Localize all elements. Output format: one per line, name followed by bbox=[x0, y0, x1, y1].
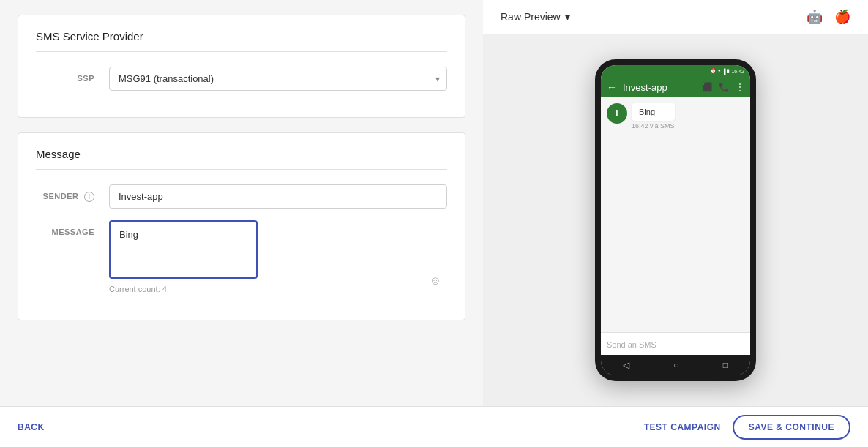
sms-provider-card: SMS Service Provider SSP MSG91 (transact… bbox=[18, 15, 465, 118]
status-icons: ⏰ ▾ ▐ ▮ 16:42 bbox=[710, 68, 745, 74]
right-panel: Raw Preview ▾ 🤖 🍎 ⏰ ▾ ▐ bbox=[483, 0, 868, 406]
message-row: MESSAGE Bing ☺ Current count: 4 bbox=[36, 220, 447, 293]
platform-icons: 🤖 🍎 bbox=[807, 9, 850, 25]
phone-container: ⏰ ▾ ▐ ▮ 16:42 ← Invest-app ⬛ 📞 bbox=[595, 34, 756, 406]
footer: BACK TEST CAMPAIGN SAVE & CONTINUE bbox=[0, 406, 868, 447]
battery-icon: ▮ bbox=[727, 68, 730, 74]
phone-mockup: ⏰ ▾ ▐ ▮ 16:42 ← Invest-app ⬛ 📞 bbox=[595, 59, 756, 381]
phone-input-bar: Send an SMS bbox=[601, 332, 750, 355]
phone-back-button[interactable]: ← bbox=[607, 81, 617, 93]
message-textarea-wrapper: Bing ☺ Current count: 4 bbox=[109, 220, 447, 293]
preview-title: Raw Preview bbox=[501, 11, 561, 23]
ssp-label: SSP bbox=[36, 67, 109, 83]
chat-bubble: Bing bbox=[632, 103, 675, 121]
left-panel: SMS Service Provider SSP MSG91 (transact… bbox=[0, 0, 483, 406]
recent-nav-icon[interactable]: □ bbox=[723, 360, 728, 370]
chat-bubble-wrapper: Bing 16:42 via SMS bbox=[632, 103, 675, 129]
info-icon[interactable]: i bbox=[84, 192, 94, 202]
time-display: 16:42 bbox=[731, 69, 744, 74]
ssp-select-wrapper[interactable]: MSG91 (transactional) Twilio Nexmo ▾ bbox=[109, 67, 447, 91]
wifi-icon: ▾ bbox=[718, 68, 721, 74]
phone-input-placeholder: Send an SMS bbox=[607, 340, 656, 349]
home-nav-icon[interactable]: ○ bbox=[673, 360, 678, 370]
phone-status-bar: ⏰ ▾ ▐ ▮ 16:42 bbox=[601, 65, 750, 77]
phone-icon[interactable]: 📞 bbox=[719, 82, 730, 92]
signal-icon: ▐ bbox=[722, 69, 726, 74]
chevron-down-icon: ▾ bbox=[565, 11, 570, 23]
footer-right: TEST CAMPAIGN SAVE & CONTINUE bbox=[644, 415, 850, 440]
emoji-icon[interactable]: ☺ bbox=[430, 274, 441, 288]
chat-message-row: I Bing 16:42 via SMS bbox=[607, 103, 744, 129]
phone-app-bar: ← Invest-app ⬛ 📞 ⋮ bbox=[601, 77, 750, 97]
test-campaign-button[interactable]: TEST CAMPAIGN bbox=[644, 422, 721, 432]
ssp-select[interactable]: MSG91 (transactional) Twilio Nexmo bbox=[109, 67, 447, 91]
ssp-row: SSP MSG91 (transactional) Twilio Nexmo ▾ bbox=[36, 67, 447, 91]
back-button[interactable]: BACK bbox=[18, 422, 45, 432]
android-icon[interactable]: 🤖 bbox=[807, 9, 823, 25]
back-nav-icon[interactable]: ◁ bbox=[623, 360, 629, 370]
more-icon[interactable]: ⋮ bbox=[736, 82, 744, 92]
phone-chat-area: I Bing 16:42 via SMS bbox=[601, 97, 750, 332]
message-card-title: Message bbox=[36, 148, 447, 170]
phone-app-icons: ⬛ 📞 ⋮ bbox=[702, 82, 744, 92]
raw-preview-dropdown[interactable]: Raw Preview ▾ bbox=[501, 11, 570, 23]
message-card: Message SENDER i MESSAGE Bing ☺ Current … bbox=[18, 132, 465, 320]
sender-row: SENDER i bbox=[36, 184, 447, 209]
video-icon[interactable]: ⬛ bbox=[702, 82, 713, 92]
message-label: MESSAGE bbox=[36, 220, 109, 236]
phone-nav-bar: ◁ ○ □ bbox=[601, 355, 750, 375]
message-textarea[interactable]: Bing bbox=[109, 220, 258, 279]
sender-label: SENDER i bbox=[36, 184, 109, 202]
alarm-icon: ⏰ bbox=[710, 68, 717, 74]
preview-header: Raw Preview ▾ 🤖 🍎 bbox=[483, 0, 868, 34]
phone-screen: ⏰ ▾ ▐ ▮ 16:42 ← Invest-app ⬛ 📞 bbox=[601, 65, 750, 375]
sender-input[interactable] bbox=[109, 184, 447, 209]
phone-app-title: Invest-app bbox=[623, 82, 696, 93]
save-continue-button[interactable]: SAVE & CONTINUE bbox=[733, 415, 850, 440]
message-timestamp: 16:42 via SMS bbox=[632, 122, 675, 129]
apple-icon[interactable]: 🍎 bbox=[834, 9, 850, 25]
sms-provider-title: SMS Service Provider bbox=[36, 30, 447, 52]
char-count: Current count: 4 bbox=[109, 285, 447, 293]
sender-avatar: I bbox=[607, 103, 627, 124]
footer-left: BACK bbox=[18, 422, 45, 432]
